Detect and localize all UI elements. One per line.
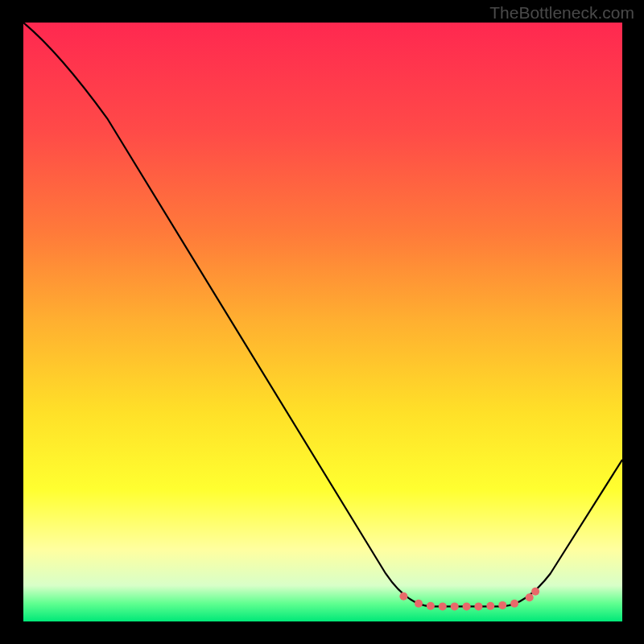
chart-background [23,23,622,621]
watermark-text: TheBottleneck.com [489,3,634,23]
chart-svg [23,23,622,621]
marker-dot [439,602,447,610]
marker-dot [474,602,482,610]
marker-dot [531,588,539,596]
marker-dot [427,602,435,610]
marker-dot [463,602,471,610]
chart-plot-area [23,23,622,621]
marker-dot [526,593,534,601]
marker-dot [486,602,494,610]
marker-dot [498,601,506,609]
marker-dot [510,600,518,608]
marker-dot [415,600,423,608]
marker-dot [399,592,407,601]
marker-dot [451,602,459,610]
